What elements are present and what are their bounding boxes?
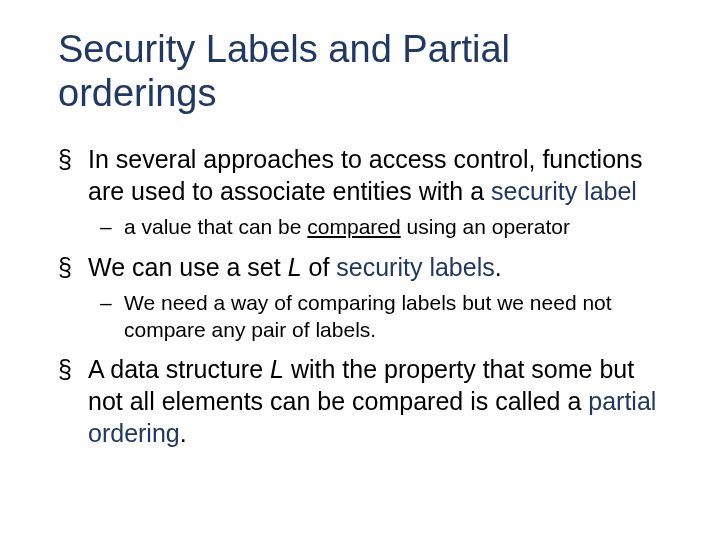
bullet-3-pre: A data structure xyxy=(88,355,270,383)
slide: Security Labels and Partial orderings In… xyxy=(0,0,720,540)
bullet-2-sublist: We need a way of comparing labels but we… xyxy=(88,289,672,344)
bullet-2-pre: We can use a set xyxy=(88,253,288,281)
bullet-2: We can use a set L of security labels. W… xyxy=(58,251,672,344)
bullet-3-italic: L xyxy=(270,355,284,383)
bullet-3: A data structure L with the property tha… xyxy=(58,353,672,449)
bullet-list: In several approaches to access control,… xyxy=(58,143,672,449)
bullet-2-post: . xyxy=(495,253,502,281)
bullet-1-sub-1: a value that can be compared using an op… xyxy=(100,213,672,240)
bullet-1-sub-1-post: using an operator xyxy=(401,215,570,238)
bullet-2-italic: L xyxy=(288,253,302,281)
bullet-2-highlight: security labels xyxy=(336,253,494,281)
bullet-1-highlight: security label xyxy=(491,177,637,205)
bullet-1-sub-1-pre: a value that can be xyxy=(124,215,307,238)
bullet-1-sub-1-underline: compared xyxy=(307,215,400,238)
bullet-2-sub-1: We need a way of comparing labels but we… xyxy=(100,289,672,344)
bullet-2-mid: of xyxy=(302,253,337,281)
slide-title: Security Labels and Partial orderings xyxy=(58,28,672,115)
bullet-1: In several approaches to access control,… xyxy=(58,143,672,240)
bullet-1-sublist: a value that can be compared using an op… xyxy=(88,213,672,240)
bullet-3-post: . xyxy=(180,419,187,447)
